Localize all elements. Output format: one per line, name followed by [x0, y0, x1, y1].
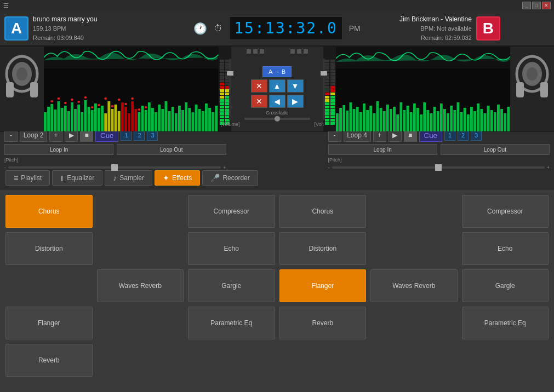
deck-a-num2[interactable]: 2	[134, 130, 145, 141]
deck-b-pitch-plus: +	[547, 165, 550, 170]
deck-a-bpm: 159.13 BPM	[33, 24, 97, 33]
svg-rect-85	[366, 110, 369, 131]
tab-effects[interactable]: ✦ Effects	[155, 170, 200, 186]
svg-rect-31	[124, 107, 127, 131]
mix-buttons-row1: ✕ ▲ ▼	[251, 79, 304, 93]
effect-btn-distortion-left[interactable]: Distortion	[5, 232, 93, 265]
mix-btn-v[interactable]: ▼	[287, 79, 304, 93]
deck-b-loop-in[interactable]: Loop In	[328, 144, 437, 155]
effect-btn-chorus-right[interactable]: Chorus	[279, 195, 367, 228]
deck-a-waveform[interactable]	[44, 47, 219, 131]
tab-equalizer[interactable]: ⫿ Equalizer	[52, 170, 102, 186]
tab-playlist[interactable]: ≡ Playlist	[5, 170, 50, 186]
effect-btn-waves-reverb-left[interactable]: Waves Reverb	[97, 269, 184, 302]
effect-btn-parametric-eq-right[interactable]: Parametric Eq	[462, 307, 549, 339]
svg-rect-84	[363, 103, 365, 131]
deck-b-waveform[interactable]	[336, 47, 511, 131]
deck-b-loop-out[interactable]: Loop Out	[441, 144, 550, 155]
tab-sampler[interactable]: ♪ Sampler	[105, 170, 152, 186]
mixer-icons-left	[246, 49, 265, 54]
deck-b-text: Jim Brickman - Valentine BPM: Not availa…	[399, 14, 472, 42]
svg-rect-118	[477, 103, 479, 131]
deck-b-badge: B	[476, 16, 500, 41]
mix-btn-arrow-left[interactable]: ◀	[269, 95, 285, 108]
svg-rect-129	[516, 82, 524, 97]
effect-btn-parametric-eq-left[interactable]: Parametric Eq	[188, 307, 275, 339]
svg-rect-53	[198, 109, 201, 131]
tab-recorder-label: Recorder	[222, 174, 249, 182]
svg-point-73	[145, 106, 147, 108]
svg-rect-127	[507, 107, 510, 131]
minimize-button[interactable]: _	[522, 2, 531, 9]
svg-rect-112	[456, 102, 459, 131]
volume-slider-left[interactable]: [Volume]	[220, 59, 239, 127]
clock-icon[interactable]: 🕐	[193, 22, 207, 35]
svg-rect-33	[131, 101, 134, 131]
deck-b-num2[interactable]: 2	[458, 130, 469, 141]
effect-btn-echo-left[interactable]: Echo	[188, 232, 275, 265]
mixer-icon-5	[297, 49, 301, 54]
deck-b-num3[interactable]: 3	[471, 130, 482, 141]
svg-rect-120	[483, 113, 486, 131]
svg-rect-43	[165, 101, 168, 131]
restore-button[interactable]: □	[532, 2, 541, 9]
effect-btn-reverb-left[interactable]: Reverb	[5, 344, 93, 377]
mix-btn-arrow-right[interactable]: ▶	[287, 95, 304, 108]
effect-empty-11	[370, 344, 458, 377]
title-bar-controls: _ □ ✕	[522, 2, 551, 9]
deck-b-num1[interactable]: 1	[444, 130, 455, 141]
svg-point-60	[58, 97, 60, 100]
mix-btn-cut-right[interactable]: ✕	[251, 95, 267, 108]
svg-rect-11	[58, 101, 60, 131]
effect-btn-chorus-left[interactable]: Chorus	[5, 195, 93, 228]
deck-b-track-name: Jim Brickman - Valentine	[399, 14, 472, 24]
svg-rect-12	[61, 108, 64, 131]
svg-rect-9	[50, 104, 53, 131]
svg-rect-110	[450, 106, 453, 131]
svg-rect-48	[181, 110, 184, 131]
effect-empty-2	[370, 195, 458, 228]
deck-a-num1[interactable]: 1	[121, 130, 132, 141]
effect-btn-flanger-left[interactable]: Flanger	[5, 307, 93, 339]
effect-btn-echo-right[interactable]: Echo	[462, 232, 549, 265]
deck-a-num3[interactable]: 3	[147, 130, 158, 141]
deck-b-controls: - Loop 4 + ▶ ■ Cue 1 2 3 Loop In Loop Ou…	[324, 126, 555, 172]
effect-btn-reverb-right[interactable]: Reverb	[279, 307, 367, 339]
effects-panel: Chorus Compressor Chorus Compressor Dist…	[0, 189, 554, 382]
svg-rect-106	[436, 111, 439, 131]
svg-rect-109	[447, 113, 449, 131]
svg-rect-102	[423, 102, 426, 131]
effect-empty-7	[370, 307, 458, 339]
timer-icon[interactable]: ⏱	[214, 24, 222, 33]
deck-b-pitch-track[interactable]	[332, 166, 545, 169]
effect-empty-5	[5, 269, 93, 302]
svg-point-59	[50, 100, 53, 102]
effect-btn-compressor-left[interactable]: Compressor	[188, 195, 275, 228]
deck-a-pitch-track[interactable]	[8, 166, 221, 169]
deck-a-waveform-top	[44, 47, 219, 68]
effect-btn-distortion-right[interactable]: Distortion	[279, 232, 367, 265]
svg-rect-54	[202, 111, 204, 131]
effect-btn-gargle-right[interactable]: Gargle	[462, 269, 549, 302]
menu-icon[interactable]: ☰	[3, 2, 9, 9]
close-button[interactable]: ✕	[542, 2, 551, 9]
deck-a-loop-out[interactable]: Loop Out	[117, 144, 226, 155]
ab-crossfade-button[interactable]: A → B	[262, 66, 292, 77]
svg-rect-90	[382, 111, 385, 131]
tab-recorder[interactable]: 🎤 Recorder	[202, 170, 258, 186]
mix-btn-cut-left[interactable]: ✕	[251, 79, 267, 93]
svg-rect-88	[376, 101, 379, 131]
mix-btn-up[interactable]: ▲	[269, 79, 285, 93]
crossfade-slider[interactable]	[244, 118, 310, 120]
effect-empty-6	[97, 307, 184, 339]
mixer-icon-2	[253, 49, 258, 54]
equalizer-icon: ⫿	[60, 174, 64, 182]
effect-btn-flanger-right[interactable]: Flanger	[279, 269, 367, 302]
svg-rect-8	[47, 107, 50, 131]
deck-a-loop-in[interactable]: Loop In	[4, 144, 113, 155]
effect-btn-gargle-left[interactable]: Gargle	[188, 269, 275, 302]
effect-btn-waves-reverb-right[interactable]: Waves Reverb	[370, 269, 458, 302]
effect-btn-compressor-right[interactable]: Compressor	[462, 195, 549, 228]
svg-rect-104	[430, 113, 432, 131]
svg-rect-14	[67, 111, 70, 131]
